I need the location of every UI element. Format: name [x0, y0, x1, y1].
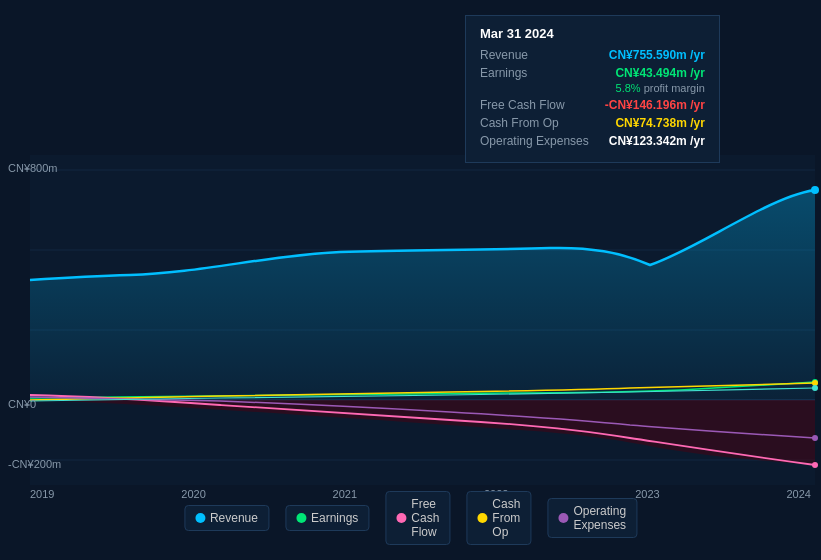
profit-margin-row: 5.8% profit margin [480, 82, 705, 94]
y-label-0: CN¥0 [8, 398, 36, 410]
tooltip-date: Mar 31 2024 [480, 26, 705, 41]
legend-dot-cashop [477, 513, 487, 523]
tooltip-row-revenue: Revenue CN¥755.590m /yr [480, 48, 705, 62]
x-label-2019: 2019 [30, 488, 54, 500]
x-label-2024: 2024 [786, 488, 810, 500]
legend-dot-fcf [396, 513, 406, 523]
legend-item-revenue[interactable]: Revenue [184, 505, 269, 531]
x-label-2023: 2023 [635, 488, 659, 500]
tooltip-label-revenue: Revenue [480, 48, 528, 62]
svg-point-7 [811, 186, 819, 194]
tooltip-value-revenue: CN¥755.590m /yr [609, 48, 705, 62]
legend-item-cashop[interactable]: Cash From Op [466, 491, 531, 545]
legend-label-opex: Operating Expenses [573, 504, 626, 532]
tooltip-label-fcf: Free Cash Flow [480, 98, 565, 112]
profit-margin-value: 5.8% [616, 82, 641, 94]
legend-item-fcf[interactable]: Free Cash Flow [385, 491, 450, 545]
tooltip-row-opex: Operating Expenses CN¥123.342m /yr [480, 134, 705, 148]
y-label-800: CN¥800m [8, 162, 58, 174]
tooltip-label-earnings: Earnings [480, 66, 527, 80]
legend-dot-earnings [296, 513, 306, 523]
profit-margin-label: profit margin [641, 82, 705, 94]
legend-item-opex[interactable]: Operating Expenses [547, 498, 637, 538]
chart-container: CN¥800m CN¥0 -CN¥200m 2019 2020 2021 202… [0, 0, 821, 560]
tooltip-row-cashop: Cash From Op CN¥74.738m /yr [480, 116, 705, 130]
tooltip-value-opex: CN¥123.342m /yr [609, 134, 705, 148]
tooltip-row-earnings: Earnings CN¥43.494m /yr [480, 66, 705, 80]
y-label-neg200: -CN¥200m [8, 458, 61, 470]
tooltip-label-cashop: Cash From Op [480, 116, 559, 130]
legend-label-earnings: Earnings [311, 511, 358, 525]
tooltip-value-cashop: CN¥74.738m /yr [615, 116, 704, 130]
tooltip-row-fcf: Free Cash Flow -CN¥146.196m /yr [480, 98, 705, 112]
svg-point-11 [812, 435, 818, 441]
legend-dot-revenue [195, 513, 205, 523]
legend-dot-opex [558, 513, 568, 523]
tooltip-label-opex: Operating Expenses [480, 134, 589, 148]
tooltip-value-earnings: CN¥43.494m /yr [615, 66, 704, 80]
legend-label-revenue: Revenue [210, 511, 258, 525]
legend: Revenue Earnings Free Cash Flow Cash Fro… [184, 491, 637, 545]
tooltip-box: Mar 31 2024 Revenue CN¥755.590m /yr Earn… [465, 15, 720, 163]
legend-label-fcf: Free Cash Flow [411, 497, 439, 539]
tooltip-value-fcf: -CN¥146.196m /yr [605, 98, 705, 112]
svg-point-9 [812, 462, 818, 468]
legend-item-earnings[interactable]: Earnings [285, 505, 369, 531]
svg-point-12 [812, 385, 818, 391]
legend-label-cashop: Cash From Op [492, 497, 520, 539]
